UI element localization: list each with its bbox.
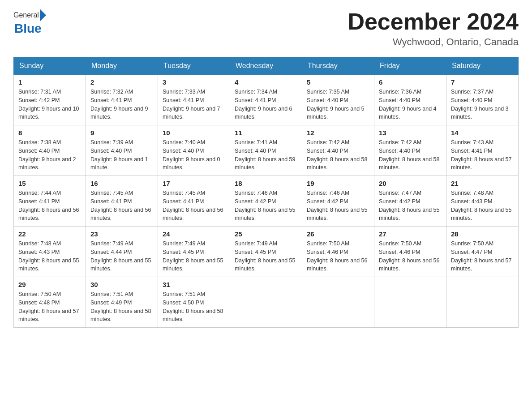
sunset-label: Sunset: 4:40 PM [18,148,60,154]
day-info: Sunrise: 7:50 AM Sunset: 4:46 PM Dayligh… [307,240,369,273]
daylight-label: Daylight: 8 hours and 58 minutes. [379,156,440,171]
daylight-label: Daylight: 9 hours and 2 minutes. [18,156,76,171]
sunrise-label: Sunrise: 7:50 AM [451,240,493,247]
table-row: 1 Sunrise: 7:31 AM Sunset: 4:42 PM Dayli… [14,75,86,125]
day-info: Sunrise: 7:49 AM Sunset: 4:45 PM Dayligh… [235,240,297,273]
sunrise-label: Sunrise: 7:35 AM [307,89,349,95]
table-row: 20 Sunrise: 7:47 AM Sunset: 4:42 PM Dayl… [374,176,446,227]
sunrise-label: Sunrise: 7:39 AM [90,139,133,146]
col-sunday: Sunday [14,57,86,75]
day-number: 20 [379,180,442,187]
table-row: 23 Sunrise: 7:49 AM Sunset: 4:44 PM Dayl… [86,227,158,277]
table-row [446,277,519,328]
day-info: Sunrise: 7:45 AM Sunset: 4:41 PM Dayligh… [90,189,153,223]
table-row: 21 Sunrise: 7:48 AM Sunset: 4:43 PM Dayl… [446,176,519,227]
daylight-label: Daylight: 8 hours and 57 minutes. [18,308,79,323]
col-tuesday: Tuesday [158,57,230,75]
table-row: 31 Sunrise: 7:51 AM Sunset: 4:50 PM Dayl… [158,277,230,328]
col-saturday: Saturday [446,57,519,75]
table-row: 18 Sunrise: 7:46 AM Sunset: 4:42 PM Dayl… [230,176,302,227]
sunset-label: Sunset: 4:42 PM [235,198,276,205]
daylight-label: Daylight: 8 hours and 57 minutes. [451,156,512,171]
table-row: 11 Sunrise: 7:41 AM Sunset: 4:40 PM Dayl… [230,125,302,176]
day-number: 15 [18,180,81,187]
sunrise-label: Sunrise: 7:41 AM [235,139,277,146]
table-row: 15 Sunrise: 7:44 AM Sunset: 4:41 PM Dayl… [14,176,86,227]
table-row: 30 Sunrise: 7:51 AM Sunset: 4:49 PM Dayl… [86,277,158,328]
sunset-label: Sunset: 4:40 PM [235,148,276,154]
day-number: 11 [235,129,297,137]
month-title: December 2024 [348,9,519,34]
page-header: General Blue December 2024 Wychwood, Ont… [13,9,519,48]
table-row: 25 Sunrise: 7:49 AM Sunset: 4:45 PM Dayl… [230,227,302,277]
sunrise-label: Sunrise: 7:48 AM [18,240,61,247]
table-row: 2 Sunrise: 7:32 AM Sunset: 4:41 PM Dayli… [86,75,158,125]
sunset-label: Sunset: 4:45 PM [235,249,276,255]
table-row: 28 Sunrise: 7:50 AM Sunset: 4:47 PM Dayl… [446,227,519,277]
table-row [374,277,446,328]
daylight-label: Daylight: 8 hours and 55 minutes. [451,207,512,222]
sunrise-label: Sunrise: 7:44 AM [18,190,61,196]
week-row-3: 15 Sunrise: 7:44 AM Sunset: 4:41 PM Dayl… [14,176,519,227]
logo-blue-text: Blue [14,21,42,36]
daylight-label: Daylight: 8 hours and 55 minutes. [163,257,223,272]
day-number: 6 [379,78,442,86]
sunrise-label: Sunrise: 7:36 AM [379,89,421,95]
table-row: 14 Sunrise: 7:43 AM Sunset: 4:41 PM Dayl… [446,125,519,176]
table-row: 8 Sunrise: 7:38 AM Sunset: 4:40 PM Dayli… [14,125,86,176]
sunset-label: Sunset: 4:40 PM [307,97,348,103]
sunrise-label: Sunrise: 7:40 AM [163,139,205,146]
daylight-label: Daylight: 8 hours and 55 minutes. [379,207,440,222]
day-info: Sunrise: 7:42 AM Sunset: 4:40 PM Dayligh… [379,138,442,172]
day-info: Sunrise: 7:48 AM Sunset: 4:43 PM Dayligh… [18,240,81,273]
daylight-label: Daylight: 9 hours and 1 minute. [90,156,148,171]
sunset-label: Sunset: 4:41 PM [90,97,132,103]
day-number: 5 [307,78,369,86]
day-number: 28 [451,230,514,238]
table-row: 5 Sunrise: 7:35 AM Sunset: 4:40 PM Dayli… [302,75,374,125]
day-number: 22 [18,230,81,238]
logo-general-text: General [13,11,39,19]
sunrise-label: Sunrise: 7:43 AM [451,139,493,146]
day-info: Sunrise: 7:51 AM Sunset: 4:50 PM Dayligh… [163,290,225,324]
sunset-label: Sunset: 4:40 PM [163,148,204,154]
day-number: 3 [163,78,225,86]
day-info: Sunrise: 7:50 AM Sunset: 4:46 PM Dayligh… [379,240,442,273]
table-row: 12 Sunrise: 7:42 AM Sunset: 4:40 PM Dayl… [302,125,374,176]
daylight-label: Daylight: 8 hours and 55 minutes. [235,207,296,222]
sunset-label: Sunset: 4:48 PM [18,300,60,306]
day-number: 1 [18,78,81,86]
sunset-label: Sunset: 4:42 PM [18,97,60,103]
day-info: Sunrise: 7:47 AM Sunset: 4:42 PM Dayligh… [379,189,442,223]
day-number: 17 [163,180,225,187]
sunrise-label: Sunrise: 7:33 AM [163,89,205,95]
sunrise-label: Sunrise: 7:49 AM [163,240,205,247]
daylight-label: Daylight: 9 hours and 3 minutes. [451,106,509,120]
calendar-header-row: Sunday Monday Tuesday Wednesday Thursday… [14,57,519,75]
day-number: 29 [18,281,81,288]
sunset-label: Sunset: 4:40 PM [451,97,492,103]
day-info: Sunrise: 7:32 AM Sunset: 4:41 PM Dayligh… [90,88,153,121]
day-info: Sunrise: 7:37 AM Sunset: 4:40 PM Dayligh… [451,88,514,121]
sunset-label: Sunset: 4:49 PM [90,300,132,306]
sunrise-label: Sunrise: 7:34 AM [235,89,277,95]
day-info: Sunrise: 7:33 AM Sunset: 4:41 PM Dayligh… [163,88,225,121]
sunrise-label: Sunrise: 7:38 AM [18,139,61,146]
day-info: Sunrise: 7:48 AM Sunset: 4:43 PM Dayligh… [451,189,514,223]
day-number: 2 [90,78,153,86]
day-number: 16 [90,180,153,187]
sunset-label: Sunset: 4:46 PM [379,249,420,255]
sunrise-label: Sunrise: 7:42 AM [379,139,421,146]
sunset-label: Sunset: 4:40 PM [379,148,420,154]
sunset-label: Sunset: 4:44 PM [90,249,132,255]
daylight-label: Daylight: 9 hours and 7 minutes. [163,106,220,120]
day-info: Sunrise: 7:49 AM Sunset: 4:44 PM Dayligh… [90,240,153,273]
table-row: 27 Sunrise: 7:50 AM Sunset: 4:46 PM Dayl… [374,227,446,277]
daylight-label: Daylight: 8 hours and 58 minutes. [307,156,368,171]
sunset-label: Sunset: 4:41 PM [235,97,276,103]
day-number: 14 [451,129,514,137]
table-row: 17 Sunrise: 7:45 AM Sunset: 4:41 PM Dayl… [158,176,230,227]
daylight-label: Daylight: 8 hours and 56 minutes. [90,207,151,222]
day-number: 7 [451,78,514,86]
daylight-label: Daylight: 9 hours and 6 minutes. [235,106,292,120]
